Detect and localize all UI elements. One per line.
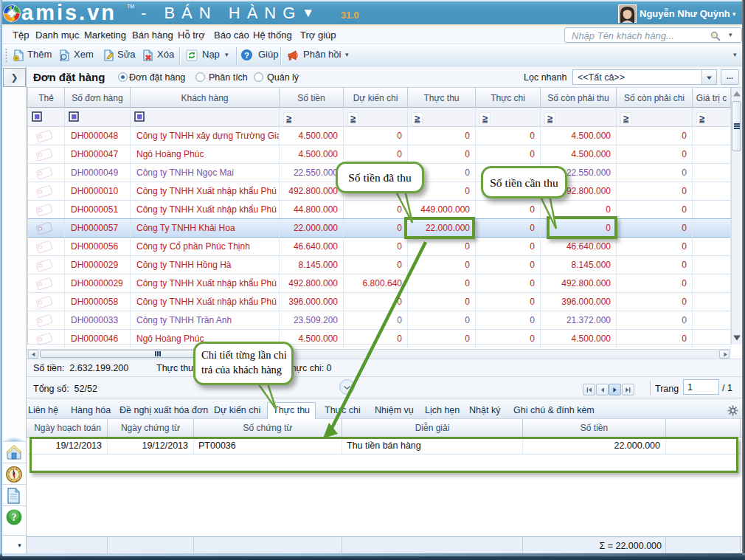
svg-text:?: ?: [244, 51, 249, 60]
svg-text:?: ?: [12, 512, 17, 523]
